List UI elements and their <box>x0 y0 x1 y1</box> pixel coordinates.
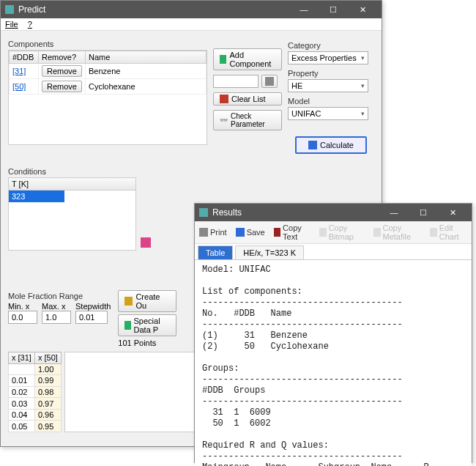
tab-plot[interactable]: HE/x, T=323 K <box>235 245 304 259</box>
x-cell[interactable]: 0.02 <box>9 386 35 398</box>
category-value: Excess Properties <box>291 53 357 62</box>
close-button[interactable]: ✕ <box>438 204 467 221</box>
minimize-button[interactable]: — <box>289 1 319 18</box>
close-button[interactable]: ✕ <box>348 1 377 18</box>
create-output-button[interactable]: Create Ou <box>118 290 176 312</box>
x-cell[interactable]: 0.98 <box>34 386 61 398</box>
save-button[interactable]: Save <box>236 228 265 237</box>
x-cell[interactable]: 0.05 <box>9 421 35 432</box>
minx-input[interactable] <box>8 311 37 324</box>
create-output-label: Create Ou <box>135 292 170 310</box>
save-icon <box>236 228 245 237</box>
clear-icon <box>220 95 228 103</box>
tab-table[interactable]: Table <box>198 245 233 259</box>
ddb-link[interactable]: [50] <box>12 82 26 91</box>
points-label: 101 Points <box>118 339 176 347</box>
remove-button[interactable]: Remove <box>42 65 82 77</box>
x-cell[interactable]: 0.96 <box>34 409 61 421</box>
predict-titlebar[interactable]: Predict — ☐ ✕ <box>1 1 382 18</box>
x-cell[interactable]: 1.00 <box>34 363 61 375</box>
x-table[interactable]: x [31]x [50] 0.001.00 0.010.99 0.020.98 … <box>8 352 62 432</box>
x-cell[interactable]: 0.97 <box>34 398 61 410</box>
clear-list-button[interactable]: Clear List <box>213 92 282 106</box>
chevron-down-icon: ▾ <box>361 110 365 117</box>
conditions-value[interactable]: 323 <box>9 191 64 202</box>
gear-icon <box>124 297 133 306</box>
x-cell[interactable]: 0.95 <box>34 421 61 432</box>
ddb-link[interactable]: [31] <box>12 67 26 75</box>
menu-help[interactable]: ? <box>28 20 32 29</box>
maxx-label: Max. x <box>42 302 71 311</box>
results-toolbar: Print Save Copy Text Copy Bitmap Copy Me… <box>195 221 472 244</box>
copybitmap-button: Copy Bitmap <box>319 223 365 241</box>
edit-icon[interactable] <box>141 237 151 248</box>
results-text-area[interactable]: Model: UNIFAC List of components: ------… <box>195 260 472 466</box>
print-button[interactable]: Print <box>199 228 227 237</box>
conditions-table[interactable]: T [K] 323 <box>8 177 136 251</box>
results-titlebar[interactable]: Results — ☐ ✕ <box>195 204 472 221</box>
property-label: Property <box>288 69 374 78</box>
copy-icon <box>274 228 280 237</box>
menubar: File ? <box>1 18 382 31</box>
x-cell[interactable]: 0.99 <box>34 375 61 387</box>
conditions-label: Conditions <box>8 167 374 176</box>
step-label: Stepwidth <box>75 302 111 311</box>
chart-icon <box>430 228 436 237</box>
xh2: x [50] <box>34 352 61 364</box>
results-tabs: Table HE/x, T=323 K <box>195 244 472 260</box>
list-icon <box>265 77 274 86</box>
th-name: Name <box>85 51 206 64</box>
maximize-button[interactable]: ☐ <box>319 1 348 18</box>
step-input[interactable] <box>75 311 108 324</box>
app-icon <box>5 5 14 14</box>
component-input[interactable] <box>213 75 259 88</box>
check-parameter-label: Check Parameter <box>231 112 275 128</box>
property-value: HE <box>291 81 302 90</box>
category-dropdown[interactable]: Excess Properties▾ <box>288 51 368 64</box>
check-parameter-button[interactable]: 👓Check Parameter <box>213 110 282 130</box>
add-component-button[interactable]: Add Component <box>213 48 282 70</box>
menu-file[interactable]: File <box>5 20 18 29</box>
remove-button[interactable]: Remove <box>42 81 82 92</box>
x-cell[interactable]: 0.00 <box>9 363 35 375</box>
copy-icon <box>373 228 380 237</box>
plus-icon <box>220 55 226 64</box>
clear-list-label: Clear List <box>231 95 265 103</box>
minimize-button[interactable]: — <box>379 204 409 221</box>
maxx-input[interactable] <box>42 311 71 324</box>
copymeta-button: Copy Metafile <box>373 223 421 241</box>
print-icon <box>199 228 208 237</box>
results-text: Model: UNIFAC List of components: ------… <box>195 260 472 466</box>
th-ddb: #DDB <box>10 51 39 64</box>
calculate-icon <box>308 141 317 149</box>
results-window: Results — ☐ ✕ Print Save Copy Text Copy … <box>194 203 472 463</box>
component-name: Benzene <box>85 64 206 79</box>
model-value: UNIFAC <box>291 109 321 118</box>
copytext-button[interactable]: Copy Text <box>274 223 311 241</box>
window-title: Predict <box>18 4 289 15</box>
th-remove: Remove? <box>39 51 86 64</box>
window-title: Results <box>212 207 379 218</box>
maximize-button[interactable]: ☐ <box>409 204 438 221</box>
model-dropdown[interactable]: UNIFAC▾ <box>288 107 368 120</box>
property-dropdown[interactable]: HE▾ <box>288 79 368 92</box>
component-picker-button[interactable] <box>261 75 278 88</box>
x-cell[interactable]: 0.04 <box>9 409 35 421</box>
app-icon <box>199 208 208 217</box>
copy-icon <box>319 228 326 237</box>
chevron-down-icon: ▾ <box>361 54 365 62</box>
xh1: x [31] <box>9 352 35 364</box>
x-cell[interactable]: 0.01 <box>9 375 35 387</box>
special-data-button[interactable]: Special Data P <box>118 314 176 336</box>
table-row: [50] Remove Cyclohexane <box>10 79 207 95</box>
x-cell[interactable]: 0.03 <box>9 398 35 410</box>
conditions-header: T [K] <box>9 178 135 191</box>
calculate-button[interactable]: Calculate <box>295 136 367 154</box>
editchart-button: Edit Chart <box>430 223 467 241</box>
component-name: Cyclohexane <box>85 79 206 95</box>
mole-fraction-label: Mole Fraction Range <box>8 292 111 300</box>
chevron-down-icon: ▾ <box>361 82 365 89</box>
calculate-label: Calculate <box>320 141 354 149</box>
table-icon <box>124 321 130 330</box>
add-component-label: Add Component <box>229 51 275 68</box>
